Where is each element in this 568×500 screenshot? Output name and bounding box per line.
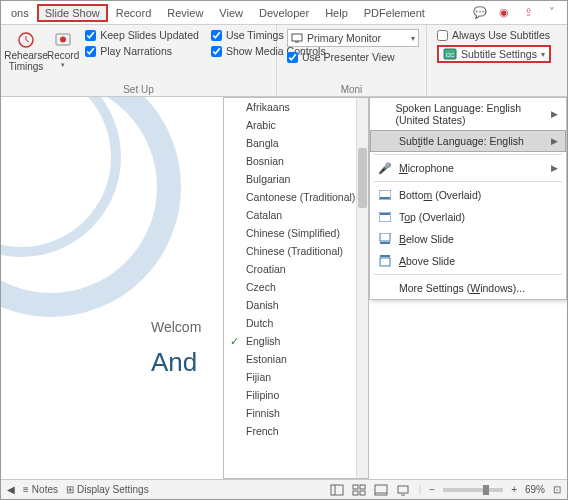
- tab-developer[interactable]: Developer: [251, 4, 317, 22]
- tab-pdfelement[interactable]: PDFelement: [356, 4, 433, 22]
- reading-view-icon[interactable]: [373, 483, 389, 497]
- status-bar: ◀ ≡Notes ⊞Display Settings | − + 69% ⊡: [1, 479, 567, 499]
- play-narrations-checkbox[interactable]: Play Narrations: [85, 45, 199, 57]
- svg-rect-16: [353, 485, 358, 489]
- record-button[interactable]: Record ▾: [47, 27, 79, 69]
- ribbon-tabs: ons Slide Show Record Review View Develo…: [1, 1, 567, 25]
- position-above-icon: [378, 254, 392, 268]
- slideshow-view-icon[interactable]: [395, 483, 411, 497]
- language-item[interactable]: ✓English: [224, 332, 368, 350]
- svg-rect-9: [380, 213, 390, 215]
- below-slide-item[interactable]: Below Slide: [370, 228, 566, 250]
- collapse-ribbon-icon[interactable]: ˅: [545, 6, 559, 20]
- svg-rect-13: [380, 258, 390, 266]
- welcome-text: Welcom: [151, 319, 201, 335]
- zoom-slider[interactable]: [443, 488, 503, 492]
- bottom-overlaid-item[interactable]: Bottom (Overlaid): [370, 184, 566, 206]
- tab-slide-show[interactable]: Slide Show: [37, 4, 108, 22]
- fit-window-icon[interactable]: ⊡: [553, 484, 561, 495]
- language-item[interactable]: Estonian: [224, 350, 368, 368]
- prev-icon[interactable]: ◀: [7, 484, 15, 495]
- menu-separator: [374, 274, 562, 275]
- zoom-in-icon[interactable]: +: [511, 484, 517, 495]
- tab-help[interactable]: Help: [317, 4, 356, 22]
- language-item[interactable]: Dutch: [224, 314, 368, 332]
- subtitle-settings-button[interactable]: CC Subtitle Settings ▾: [437, 45, 551, 63]
- language-item[interactable]: French: [224, 422, 368, 440]
- language-item[interactable]: Bulgarian: [224, 170, 368, 188]
- language-item[interactable]: Arabic: [224, 116, 368, 134]
- comment-icon[interactable]: 💬: [473, 6, 487, 20]
- svg-rect-7: [380, 197, 390, 199]
- svg-rect-12: [380, 255, 390, 257]
- language-item[interactable]: Bangla: [224, 134, 368, 152]
- zoom-out-icon[interactable]: −: [429, 484, 435, 495]
- language-item[interactable]: Filipino: [224, 386, 368, 404]
- view-buttons: [329, 483, 411, 497]
- language-list-popup: AfrikaansArabicBanglaBosnianBulgarianCan…: [223, 97, 369, 479]
- svg-rect-19: [360, 491, 365, 495]
- tab-view[interactable]: View: [211, 4, 251, 22]
- setup-group-label: Set Up: [1, 84, 276, 96]
- presenter-view-checkbox[interactable]: Use Presenter View: [287, 51, 419, 63]
- menu-separator: [374, 181, 562, 182]
- tab-review[interactable]: Review: [159, 4, 211, 22]
- notes-icon: ≡: [23, 484, 29, 495]
- chevron-right-icon: ▶: [551, 109, 558, 119]
- language-item[interactable]: Danish: [224, 296, 368, 314]
- language-item[interactable]: Afrikaans: [224, 98, 368, 116]
- svg-rect-3: [292, 34, 302, 41]
- scrollbar[interactable]: [356, 98, 368, 478]
- tab-record[interactable]: Record: [108, 4, 159, 22]
- svg-rect-11: [380, 242, 390, 244]
- record-icon[interactable]: ◉: [497, 6, 511, 20]
- sorter-view-icon[interactable]: [351, 483, 367, 497]
- record-circle-icon: [52, 29, 74, 49]
- language-item[interactable]: Fijian: [224, 368, 368, 386]
- slide-title-left: And: [151, 347, 197, 378]
- zoom-value[interactable]: 69%: [525, 484, 545, 495]
- chevron-down-icon: ▾: [411, 34, 415, 43]
- display-settings-button[interactable]: ⊞Display Settings: [66, 484, 149, 495]
- svg-rect-17: [360, 485, 365, 489]
- language-item[interactable]: Croatian: [224, 260, 368, 278]
- share-icon[interactable]: ⇪: [521, 6, 535, 20]
- ribbon: Rehearse Timings Record ▾ Keep Slides Up…: [1, 25, 567, 97]
- always-subtitles-checkbox[interactable]: Always Use Subtitles: [437, 29, 551, 41]
- top-overlaid-item[interactable]: Top (Overlaid): [370, 206, 566, 228]
- more-settings-item[interactable]: More Settings (Windows)...: [370, 277, 566, 299]
- zoom-knob[interactable]: [483, 485, 489, 495]
- language-item[interactable]: Chinese (Traditional): [224, 242, 368, 260]
- normal-view-icon[interactable]: [329, 483, 345, 497]
- subtitle-language-item[interactable]: Subtitle Language: English ▶: [370, 130, 566, 152]
- svg-text:CC: CC: [446, 52, 455, 58]
- language-item[interactable]: Czech: [224, 278, 368, 296]
- monitor-select[interactable]: Primary Monitor ▾: [287, 29, 419, 47]
- language-item[interactable]: Finnish: [224, 404, 368, 422]
- svg-rect-14: [331, 485, 343, 495]
- title-quick-actions: 💬 ◉ ⇪ ˅: [473, 6, 567, 20]
- language-item[interactable]: Catalan: [224, 206, 368, 224]
- monitors-group-label: Moni: [277, 84, 426, 96]
- position-bottom-icon: [378, 188, 392, 202]
- clock-icon: [15, 29, 37, 49]
- spoken-language-item[interactable]: Spoken Language: English (United States)…: [370, 98, 566, 130]
- chevron-right-icon: ▶: [551, 163, 558, 173]
- scrollbar-thumb[interactable]: [358, 148, 367, 208]
- svg-rect-18: [353, 491, 358, 495]
- position-top-icon: [378, 210, 392, 224]
- language-item[interactable]: Cantonese (Traditional): [224, 188, 368, 206]
- microphone-item[interactable]: 🎤 Microphone ▶: [370, 157, 566, 179]
- monitor-icon: [291, 33, 303, 44]
- notes-button[interactable]: ≡Notes: [23, 484, 58, 495]
- above-slide-item[interactable]: Above Slide: [370, 250, 566, 272]
- chevron-down-icon: ▾: [541, 50, 545, 59]
- slide-canvas-area: Welcom And any AfrikaansArabicBanglaBosn…: [1, 97, 567, 479]
- record-label: Record: [47, 50, 79, 61]
- keep-slides-updated-checkbox[interactable]: Keep Slides Updated: [85, 29, 199, 41]
- rehearse-timings-button[interactable]: Rehearse Timings: [5, 27, 47, 72]
- language-item[interactable]: Bosnian: [224, 152, 368, 170]
- chevron-right-icon: ▶: [551, 136, 558, 146]
- language-item[interactable]: Chinese (Simplified): [224, 224, 368, 242]
- tab-partial[interactable]: ons: [3, 4, 37, 22]
